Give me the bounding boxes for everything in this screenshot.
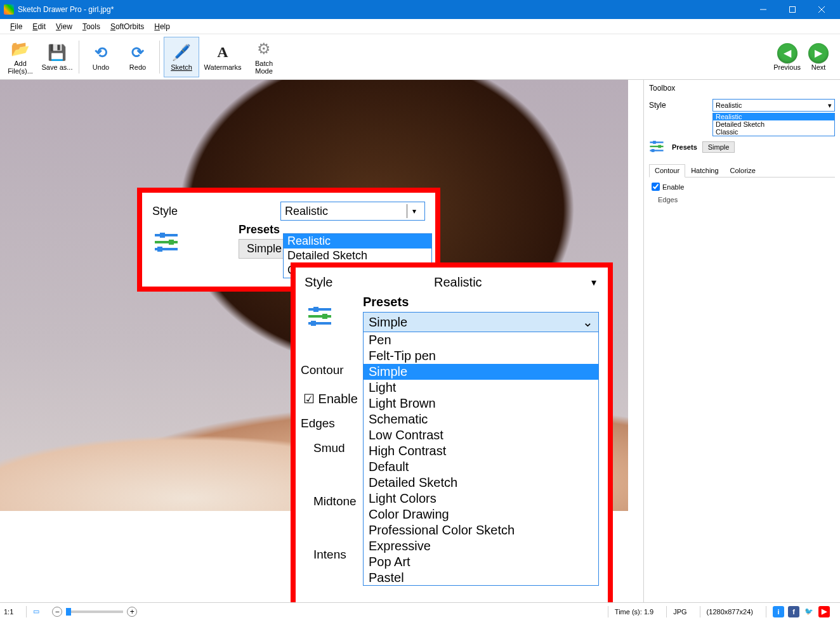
menu-view[interactable]: View [51, 21, 77, 32]
tab-contour[interactable]: Contour [649, 164, 685, 178]
arrow-right-icon: ▶ [808, 43, 829, 63]
preset-combo[interactable]: Simple ⌄ [363, 312, 599, 332]
style-label: Style [305, 275, 431, 290]
svg-rect-1 [790, 7, 796, 13]
preset-option[interactable]: Schematic [364, 411, 598, 427]
chevron-down-icon: ▾ [591, 276, 596, 288]
watermark-icon: A [213, 42, 233, 63]
add-files-button[interactable]: 📂 Add File(s)... [3, 37, 38, 77]
watermarks-button[interactable]: A Watermarks [200, 37, 245, 77]
preset-option[interactable]: Default [364, 459, 598, 475]
style-combo[interactable]: Realistic ▾ [280, 202, 425, 221]
save-icon: 💾 [47, 42, 67, 63]
style-label: Style [649, 101, 712, 110]
style-dropdown-panel[interactable]: Realistic Detailed Sketch Classic [712, 113, 835, 136]
redo-button[interactable]: ⟳ Redo [120, 37, 155, 77]
tab-colorize[interactable]: Colorize [725, 164, 761, 177]
svg-rect-11 [313, 307, 318, 312]
presets-label: Presets [672, 143, 697, 151]
style-label: Style [152, 205, 273, 218]
chevron-down-icon: ▾ [828, 101, 832, 110]
menu-file[interactable]: File [5, 21, 27, 32]
save-as-button[interactable]: 💾 Save as... [39, 37, 75, 77]
batch-mode-button[interactable]: ⚙ Batch Mode [246, 37, 282, 77]
maximize-button[interactable] [778, 0, 807, 19]
info-icon[interactable]: i [773, 606, 784, 617]
undo-button[interactable]: ⟲ Undo [83, 37, 119, 77]
zoom-ratio: 1:1 [4, 606, 20, 617]
style-option[interactable]: Detailed Sketch [713, 120, 834, 128]
enable-input[interactable] [652, 183, 660, 191]
facebook-icon[interactable]: f [788, 606, 799, 617]
preset-option[interactable]: Light Colors [364, 491, 598, 507]
svg-rect-5 [160, 233, 165, 238]
sliders-icon [649, 140, 666, 154]
time-cell: Time (s): 1.9 [608, 606, 660, 617]
preset-option[interactable]: Color Drawing [364, 507, 598, 522]
separator [79, 41, 79, 74]
panel-tabs: Contour Hatching Colorize [649, 164, 835, 178]
folder-plus-icon: 📂 [10, 39, 30, 59]
style-option[interactable]: Classic [713, 128, 834, 136]
youtube-icon[interactable]: ▶ [818, 606, 830, 617]
redo-icon: ⟳ [128, 42, 148, 63]
arrow-left-icon: ◀ [777, 43, 797, 63]
preset-button-panel[interactable]: Simple [702, 141, 735, 153]
zoom-slider[interactable] [66, 610, 123, 613]
minimize-button[interactable] [749, 0, 778, 19]
style-combo-panel[interactable]: Realistic ▾ [712, 99, 835, 112]
preset-option[interactable]: Light [364, 380, 598, 396]
sliders-icon [307, 306, 335, 331]
menu-softorbits[interactable]: SoftOrbits [105, 21, 149, 32]
preset-option[interactable]: Simple [364, 364, 598, 380]
preset-option[interactable]: Detailed Sketch [364, 475, 598, 491]
canvas-area[interactable]: Style Realistic ▾ Presets Simple [0, 80, 643, 602]
svg-rect-7 [169, 240, 174, 245]
chevron-down-icon: ▾ [407, 204, 421, 218]
titlebar: Sketch Drawer Pro - girl.jpg* [0, 0, 840, 19]
window-title: Sketch Drawer Pro - girl.jpg* [18, 5, 114, 14]
tab-hatching[interactable]: Hatching [685, 164, 724, 177]
style-option-detailed[interactable]: Detailed Sketch [284, 249, 431, 263]
social-links: i f 🐦 ▶ [766, 606, 836, 617]
style-combo-2[interactable]: Realistic ▾ [431, 274, 599, 291]
preset-option[interactable]: Light Brown [364, 396, 598, 411]
fit-screen-icon[interactable]: ▭ [26, 606, 46, 617]
preset-option[interactable]: Pop Art [364, 554, 598, 570]
svg-rect-13 [322, 314, 327, 319]
preset-option[interactable]: Low Contrast [364, 427, 598, 443]
chevron-down-icon: ⌄ [582, 314, 593, 330]
sketch-icon: 🖊️ [171, 42, 192, 63]
sketch-button[interactable]: 🖊️ Sketch [164, 37, 199, 77]
menu-tools[interactable]: Tools [77, 21, 105, 32]
preset-dropdown[interactable]: PenFelt-Tip penSimpleLightLight BrownSch… [363, 332, 599, 586]
twitter-icon[interactable]: 🐦 [803, 606, 815, 617]
preset-option[interactable]: Pen [364, 332, 598, 348]
presets-callout: Style Realistic ▾ Presets Simple ⌄ PenFe… [291, 262, 613, 602]
presets-label: Presets [363, 295, 599, 309]
gear-icon: ⚙ [254, 39, 274, 59]
separator [159, 41, 160, 74]
style-option[interactable]: Realistic [713, 113, 834, 120]
preset-option[interactable]: Professional Color Sketch [364, 522, 598, 538]
zoom-out-button[interactable]: − [52, 607, 62, 617]
panel-title: Toolbox [649, 84, 835, 93]
style-option-realistic[interactable]: Realistic [284, 234, 431, 249]
sliders-icon [152, 229, 180, 255]
format-cell: JPG [666, 606, 693, 617]
status-bar: 1:1 ▭ − + Time (s): 1.9 JPG (1280x877x24… [0, 602, 840, 620]
menu-edit[interactable]: Edit [27, 21, 51, 32]
next-button[interactable]: ▶ Next [808, 43, 829, 71]
previous-button[interactable]: ◀ Previous [773, 43, 801, 71]
preset-option[interactable]: Felt-Tip pen [364, 348, 598, 364]
svg-rect-9 [157, 247, 162, 252]
close-button[interactable] [807, 0, 836, 19]
preset-button[interactable]: Simple [239, 239, 290, 259]
tab-contour[interactable]: Contour [301, 360, 344, 380]
zoom-in-button[interactable]: + [127, 607, 137, 617]
enable-checkbox[interactable]: Enable [652, 183, 832, 191]
menu-help[interactable]: Help [149, 21, 175, 32]
preset-option[interactable]: Pastel [364, 570, 598, 586]
preset-option[interactable]: Expressive [364, 538, 598, 554]
preset-option[interactable]: High Contrast [364, 443, 598, 459]
